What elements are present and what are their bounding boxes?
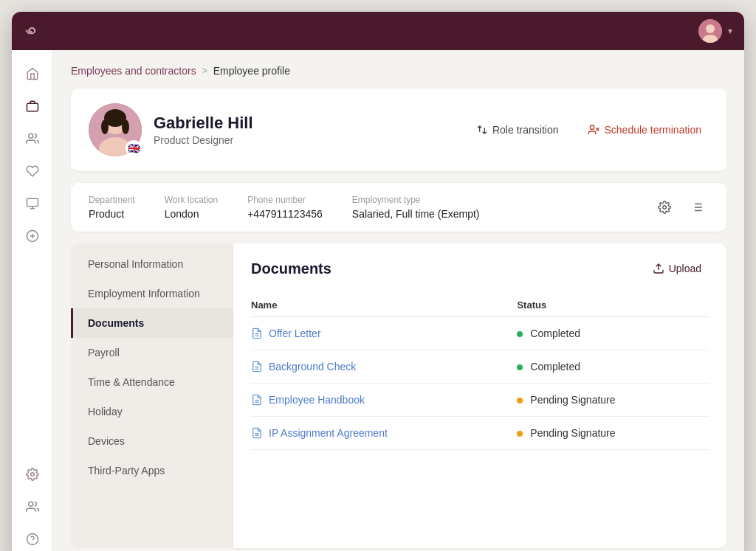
info-location-value: London xyxy=(165,208,218,220)
nav-holiday[interactable]: Holiday xyxy=(71,397,233,426)
schedule-termination-button[interactable]: Schedule termination xyxy=(580,119,709,140)
doc-name-link[interactable]: Background Check xyxy=(251,361,517,372)
info-phone: Phone number +447911123456 xyxy=(247,195,323,220)
content-area: Employees and contractors > Employee pro… xyxy=(53,50,744,551)
table-row: Background Check Completed xyxy=(251,350,709,384)
breadcrumb-parent[interactable]: Employees and contractors xyxy=(71,65,196,77)
sidebar-item-benefits[interactable] xyxy=(18,156,47,186)
profile-card: 🇬🇧 Gabrielle Hill Product Designer Role … xyxy=(71,89,726,171)
svg-point-11 xyxy=(30,473,34,477)
profile-name: Gabrielle Hill xyxy=(154,114,469,133)
sidebar-item-help[interactable] xyxy=(18,524,47,551)
doc-col-status: Status xyxy=(517,294,709,317)
info-employment-value: Salaried, Full time (Exempt) xyxy=(352,208,480,220)
main-layout: Employees and contractors > Employee pro… xyxy=(12,50,744,551)
doc-name-link[interactable]: IP Assignment Agreement xyxy=(251,427,517,439)
breadcrumb-separator: > xyxy=(202,66,207,76)
doc-col-name: Name xyxy=(251,294,517,317)
doc-table: Name Status Offer Letter Completed xyxy=(251,294,709,450)
sidebar xyxy=(12,50,53,551)
info-department-value: Product xyxy=(89,208,135,220)
info-location-label: Work location xyxy=(165,195,218,205)
info-phone-value: +447911123456 xyxy=(247,208,323,220)
status-text: Pending Signature xyxy=(530,427,615,439)
sidebar-item-people[interactable] xyxy=(18,124,47,153)
sidebar-item-team[interactable] xyxy=(18,492,47,521)
nav-third-party[interactable]: Third-Party Apps xyxy=(71,456,233,485)
doc-name-link[interactable]: Offer Letter xyxy=(251,328,517,339)
sidebar-item-jobs[interactable] xyxy=(18,91,47,121)
nav-employment[interactable]: Employment Information xyxy=(71,279,233,308)
svg-point-20 xyxy=(122,119,129,134)
status-dot xyxy=(517,364,523,370)
svg-point-1 xyxy=(706,24,715,33)
svg-point-4 xyxy=(28,134,32,138)
table-row: Employee Handbook Pending Signature xyxy=(251,384,709,417)
info-bar: Department Product Work location London … xyxy=(71,183,726,232)
doc-name-link[interactable]: Employee Handbook xyxy=(251,394,517,406)
status-text: Pending Signature xyxy=(530,394,615,406)
status-dot xyxy=(517,398,523,403)
nav-documents[interactable]: Documents xyxy=(71,308,233,338)
svg-rect-3 xyxy=(27,103,38,111)
top-bar: ꩜ ▾ xyxy=(12,12,744,50)
nav-payroll[interactable]: Payroll xyxy=(71,338,233,367)
role-transition-button[interactable]: Role transition xyxy=(469,119,566,140)
svg-point-12 xyxy=(28,502,32,506)
info-employment-label: Employment type xyxy=(352,195,480,205)
info-bar-actions xyxy=(653,195,709,219)
table-row: IP Assignment Agreement Pending Signatur… xyxy=(251,417,709,450)
doc-title: Documents xyxy=(251,260,331,277)
lower-section: Personal Information Employment Informat… xyxy=(71,243,726,548)
svg-point-21 xyxy=(591,125,594,129)
svg-rect-5 xyxy=(27,198,38,207)
user-avatar[interactable] xyxy=(698,19,722,43)
flag-badge: 🇬🇧 xyxy=(126,140,142,156)
logo: ꩜ xyxy=(24,23,38,40)
upload-button[interactable]: Upload xyxy=(645,258,709,279)
profile-title: Product Designer xyxy=(154,134,469,146)
profile-info: Gabrielle Hill Product Designer xyxy=(154,114,469,146)
table-row: Offer Letter Completed xyxy=(251,317,709,350)
breadcrumb: Employees and contractors > Employee pro… xyxy=(71,65,726,77)
sidebar-item-home[interactable] xyxy=(18,59,47,89)
sidebar-item-it[interactable] xyxy=(18,189,47,218)
sidebar-item-settings[interactable] xyxy=(18,460,47,489)
status-text: Completed xyxy=(530,328,580,339)
status-dot xyxy=(517,331,523,337)
breadcrumb-current: Employee profile xyxy=(213,65,290,77)
sidebar-item-finance[interactable] xyxy=(18,221,47,251)
app-window: ꩜ ▾ xyxy=(12,12,744,551)
profile-avatar-wrap: 🇬🇧 xyxy=(89,103,142,156)
info-location: Work location London xyxy=(165,195,218,220)
svg-point-19 xyxy=(101,119,109,134)
profile-actions: Role transition Schedule termination xyxy=(469,119,709,140)
nav-devices[interactable]: Devices xyxy=(71,426,233,456)
info-department: Department Product xyxy=(89,195,135,220)
doc-header: Documents Upload xyxy=(251,258,709,279)
info-phone-label: Phone number xyxy=(247,195,323,205)
top-bar-right: ▾ xyxy=(698,19,732,43)
nav-time[interactable]: Time & Attendance xyxy=(71,367,233,397)
svg-point-24 xyxy=(663,206,667,209)
status-dot xyxy=(517,431,523,437)
nav-personal[interactable]: Personal Information xyxy=(71,249,233,279)
left-nav: Personal Information Employment Informat… xyxy=(71,243,233,548)
info-department-label: Department xyxy=(89,195,135,205)
documents-panel: Documents Upload Name Status xyxy=(233,243,726,548)
info-employment-type: Employment type Salaried, Full time (Exe… xyxy=(352,195,480,220)
avatar-dropdown-icon[interactable]: ▾ xyxy=(728,26,732,36)
list-icon-btn[interactable] xyxy=(685,195,709,219)
status-text: Completed xyxy=(530,361,580,372)
settings-icon-btn[interactable] xyxy=(653,195,676,219)
